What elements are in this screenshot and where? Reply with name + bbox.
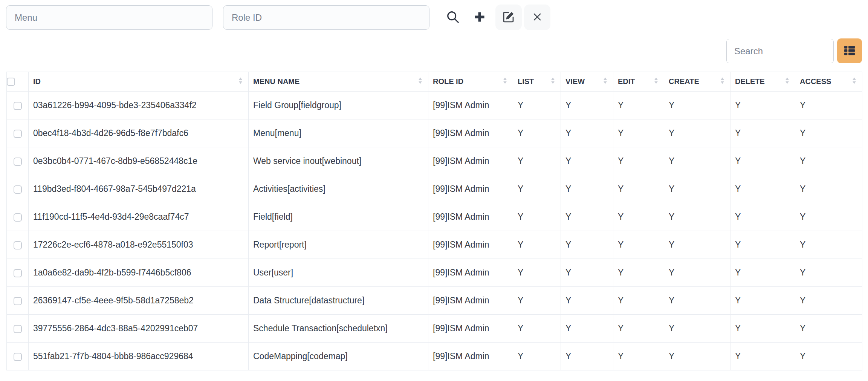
row-checkbox[interactable] <box>14 213 22 222</box>
cell-view: Y <box>561 203 613 231</box>
sort-icon <box>238 76 243 87</box>
cell-role-id: [99]ISM Admin <box>428 343 513 370</box>
cell-list: Y <box>513 119 561 147</box>
cell-access: Y <box>795 287 862 315</box>
table-body: 03a61226-b994-4095-bde3-235406a334f2 Fie… <box>7 92 862 370</box>
cell-access: Y <box>795 231 862 259</box>
cell-delete: Y <box>730 92 795 119</box>
cell-list: Y <box>513 287 561 315</box>
column-header-menu-name[interactable]: MENU NAME <box>249 72 428 92</box>
cell-role-id: [99]ISM Admin <box>428 315 513 343</box>
row-checkbox[interactable] <box>14 158 22 166</box>
row-checkbox[interactable] <box>14 353 22 361</box>
role-id-filter-input[interactable] <box>223 5 429 30</box>
table-view-toggle-button[interactable] <box>837 38 862 63</box>
cell-delete: Y <box>730 175 795 203</box>
column-header-edit[interactable]: EDIT <box>613 72 664 92</box>
cell-role-id: [99]ISM Admin <box>428 287 513 315</box>
cell-access: Y <box>795 315 862 343</box>
column-header-view[interactable]: VIEW <box>561 72 613 92</box>
cell-access: Y <box>795 175 862 203</box>
cell-menu-name: Field Group[fieldgroup] <box>249 92 428 119</box>
column-header-list[interactable]: LIST <box>513 72 561 92</box>
table-row: 26369147-cf5e-4eee-9f5b-58d1a7258eb2 Dat… <box>7 287 862 315</box>
row-checkbox[interactable] <box>14 130 22 138</box>
cell-list: Y <box>513 343 561 370</box>
cell-delete: Y <box>730 343 795 370</box>
cell-access: Y <box>795 147 862 175</box>
table-row: 17226c2e-ecf6-4878-a018-e92e55150f03 Rep… <box>7 231 862 259</box>
table-search-input[interactable] <box>726 39 834 63</box>
cell-select <box>7 343 29 370</box>
permissions-table: ID MENU NAME ROLE ID LIST VIEW EDIT <box>6 72 862 370</box>
column-header-create[interactable]: CREATE <box>664 72 730 92</box>
cell-menu-name: Data Structure[datastructure] <box>249 287 428 315</box>
column-label: EDIT <box>618 77 635 86</box>
cell-access: Y <box>795 119 862 147</box>
row-checkbox[interactable] <box>14 269 22 277</box>
cell-id: 1a0a6e82-da9b-4f2b-b599-f7446b5cf806 <box>29 259 249 287</box>
row-checkbox[interactable] <box>14 325 22 333</box>
cell-id: 17226c2e-ecf6-4878-a018-e92e55150f03 <box>29 231 249 259</box>
cell-list: Y <box>513 259 561 287</box>
cell-access: Y <box>795 92 862 119</box>
cell-create: Y <box>664 287 730 315</box>
cell-role-id: [99]ISM Admin <box>428 203 513 231</box>
cell-view: Y <box>561 231 613 259</box>
row-checkbox[interactable] <box>14 297 22 305</box>
cell-id: 0bec4f18-4b3d-4d26-96d5-f8e7f7bdafc6 <box>29 119 249 147</box>
select-all-checkbox[interactable] <box>7 78 15 86</box>
cell-select <box>7 92 29 119</box>
cell-list: Y <box>513 315 561 343</box>
cell-create: Y <box>664 343 730 370</box>
sort-icon <box>785 76 790 87</box>
cell-edit: Y <box>613 92 664 119</box>
cell-view: Y <box>561 119 613 147</box>
cell-edit: Y <box>613 203 664 231</box>
column-label: VIEW <box>565 77 585 86</box>
cell-role-id: [99]ISM Admin <box>428 259 513 287</box>
edit-button[interactable] <box>495 5 522 30</box>
add-button[interactable] <box>466 5 493 30</box>
sort-icon <box>550 76 555 87</box>
cell-menu-name: Menu[menu] <box>249 119 428 147</box>
cell-create: Y <box>664 175 730 203</box>
cell-edit: Y <box>613 315 664 343</box>
cell-create: Y <box>664 147 730 175</box>
cell-role-id: [99]ISM Admin <box>428 231 513 259</box>
column-label: DELETE <box>735 77 765 86</box>
cell-select <box>7 231 29 259</box>
cell-id: 11f190cd-11f5-4e4d-93d4-29e8caaf74c7 <box>29 203 249 231</box>
cell-delete: Y <box>730 287 795 315</box>
cell-id: 119bd3ed-f804-4667-98a7-545b497d221a <box>29 175 249 203</box>
cell-menu-name: Web service inout[webinout] <box>249 147 428 175</box>
cell-view: Y <box>561 92 613 119</box>
column-header-access[interactable]: ACCESS <box>795 72 862 92</box>
page: ID MENU NAME ROLE ID LIST VIEW EDIT <box>0 0 868 381</box>
column-header-role-id[interactable]: ROLE ID <box>428 72 513 92</box>
cell-role-id: [99]ISM Admin <box>428 147 513 175</box>
cell-select <box>7 259 29 287</box>
row-checkbox[interactable] <box>14 241 22 249</box>
header-row: ID MENU NAME ROLE ID LIST VIEW EDIT <box>7 72 862 92</box>
row-checkbox[interactable] <box>14 185 22 194</box>
table-row: 11f190cd-11f5-4e4d-93d4-29e8caaf74c7 Fie… <box>7 203 862 231</box>
select-all-header <box>7 72 29 92</box>
cell-select <box>7 119 29 147</box>
column-label: ACCESS <box>800 77 831 86</box>
cell-create: Y <box>664 203 730 231</box>
column-header-id[interactable]: ID <box>29 72 249 92</box>
cell-create: Y <box>664 315 730 343</box>
search-button[interactable] <box>440 5 466 30</box>
cell-menu-name: Schedule Transaction[scheduletxn] <box>249 315 428 343</box>
row-checkbox[interactable] <box>14 102 22 110</box>
column-header-delete[interactable]: DELETE <box>730 72 795 92</box>
close-button[interactable] <box>524 5 550 30</box>
cell-create: Y <box>664 231 730 259</box>
cell-access: Y <box>795 259 862 287</box>
cell-list: Y <box>513 231 561 259</box>
cell-list: Y <box>513 92 561 119</box>
sort-icon <box>654 76 659 87</box>
menu-filter-input[interactable] <box>6 5 212 30</box>
list-icon <box>842 43 857 59</box>
